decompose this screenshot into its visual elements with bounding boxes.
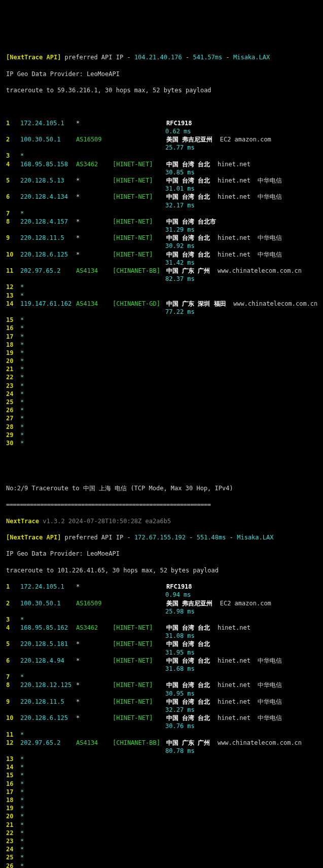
hop-ip: 119.147.61.162 xyxy=(20,300,76,308)
hop-network xyxy=(113,135,166,143)
hop-number: 24 xyxy=(6,390,20,398)
hop-asn: AS16509 xyxy=(76,599,113,607)
hop-row: 25* xyxy=(6,853,323,861)
hop-row: 3* xyxy=(6,152,323,160)
hop-number: 28 xyxy=(6,423,20,431)
hop-network: [HINET-NET] xyxy=(113,250,166,259)
hop-row: 9220.128.11.5*[HINET-NET]中国 台湾 台北 hinet.… xyxy=(6,698,323,706)
hop-number: 8 xyxy=(6,218,20,226)
hop-ip: * xyxy=(20,349,24,357)
hop-latency: 25.98 ms xyxy=(165,607,323,616)
hop-latency: 31.42 ms xyxy=(165,259,323,267)
hop-row: 19* xyxy=(6,804,323,812)
hop-domain: hinet.net 中华电信 xyxy=(218,193,282,200)
hop-latency: 31.95 ms xyxy=(165,648,323,657)
hop-asn: * xyxy=(76,583,113,591)
hop-asn: * xyxy=(76,657,113,665)
hop-domain: EC2 amazon.com xyxy=(220,600,271,607)
hop-domain: hinet.net xyxy=(218,161,250,168)
hop-asn: * xyxy=(76,681,113,689)
hop-geo: 中国 广东 深圳 福田 www.chinatelecom.com.cn xyxy=(166,300,317,308)
hop-geo: 中国 台湾 台北 hinet.net 中华电信 xyxy=(166,698,282,706)
hop-geo: RFC1918 xyxy=(166,119,192,127)
traceroute-cmd: traceroute to 59.36.216.1, 30 hops max, … xyxy=(6,86,323,94)
hop-asn: * xyxy=(76,218,113,226)
hop-number: 16 xyxy=(6,324,20,332)
hop-number: 13 xyxy=(6,292,20,300)
hop-network: [HINET-NET] xyxy=(113,657,166,665)
hop-latency: 31.01 ms xyxy=(165,185,323,193)
hop-row: 10220.128.6.125*[HINET-NET]中国 台湾 台北 hine… xyxy=(6,250,323,259)
hop-geo: 中国 台湾 台北 hinet.net 中华电信 xyxy=(166,234,282,242)
hop-ip: * xyxy=(20,373,24,381)
hop-number: 24 xyxy=(6,845,20,853)
hop-geo: 中国 广东 广州 www.chinatelecom.com.cn xyxy=(166,739,302,747)
hop-row: 7* xyxy=(6,209,323,218)
hop-number: 18 xyxy=(6,341,20,349)
hop-geo: 中国 台湾 台北 hinet.net 中华电信 xyxy=(166,250,282,259)
hop-row: 27* xyxy=(6,414,323,422)
hop-ip: * xyxy=(20,837,24,845)
hop-row: 30* xyxy=(6,439,323,447)
hop-ip: * xyxy=(20,796,24,804)
hop-row: 2100.30.50.1AS16509美国 弗吉尼亚州 EC2 amazon.c… xyxy=(6,135,323,143)
hop-number: 7 xyxy=(6,209,20,218)
hop-row: 1172.24.105.1*RFC1918 xyxy=(6,583,323,591)
hop-latency: 30.95 ms xyxy=(165,690,323,698)
hop-row: 1172.24.105.1*RFC1918 xyxy=(6,119,323,127)
hop-latency: 0.62 ms xyxy=(165,127,323,135)
hop-latency: 31.29 ms xyxy=(165,226,323,234)
hop-latency: 32.17 ms xyxy=(165,201,323,209)
hop-number: 19 xyxy=(6,349,20,357)
hop-ip: 220.128.11.5 xyxy=(20,698,76,706)
hop-asn: AS3462 xyxy=(76,624,113,632)
hop-domain: www.chinatelecom.com.cn xyxy=(218,739,302,746)
hop-ip: * xyxy=(20,673,24,681)
hop-number: 29 xyxy=(6,431,20,439)
hop-row: 18* xyxy=(6,341,323,349)
hop-number: 10 xyxy=(6,250,20,259)
hop-domain: hinet.net 中华电信 xyxy=(218,177,282,184)
hop-row: 10220.128.6.125*[HINET-NET]中国 台湾 台北 hine… xyxy=(6,714,323,722)
hop-asn: * xyxy=(76,640,113,648)
hop-ip: * xyxy=(20,804,24,812)
hop-row: 23* xyxy=(6,382,323,390)
hop-row: 20* xyxy=(6,357,323,365)
hop-number: 11 xyxy=(6,267,20,275)
hop-row: 6220.128.4.94*[HINET-NET]中国 台湾 台北 hinet.… xyxy=(6,657,323,665)
hop-row: 4168.95.85.158AS3462[HINET-NET]中国 台湾 台北 … xyxy=(6,160,323,168)
api-rtt: 541.57ms xyxy=(193,54,222,61)
geo-provider: IP Geo Data Provider: LeoMoeAPI xyxy=(6,70,323,78)
hop-domain: hinet.net xyxy=(218,624,250,631)
hop-latency: 30.92 ms xyxy=(165,242,323,250)
hop-row: 13* xyxy=(6,292,323,300)
hop-latency: 32.27 ms xyxy=(165,706,323,714)
api-label: [NextTrace API] xyxy=(6,54,61,61)
hop-ip: * xyxy=(20,152,24,160)
hop-row: 2100.30.50.1AS16509美国 弗吉尼亚州 EC2 amazon.c… xyxy=(6,599,323,607)
hop-ip: * xyxy=(20,439,24,447)
hop-row: 20* xyxy=(6,812,323,820)
hop-network: [CHINANET-BB] xyxy=(113,739,166,747)
hop-number: 3 xyxy=(6,616,20,624)
hop-geo: 中国 台湾 台北 hinet.net xyxy=(166,160,250,168)
hop-network: [HINET-NET] xyxy=(113,193,166,201)
hop-latency: 82.37 ms xyxy=(165,275,323,283)
hop-number: 23 xyxy=(6,382,20,390)
hop-geo: 中国 台湾 台北 xyxy=(166,640,210,648)
hop-ip: * xyxy=(20,853,24,861)
hop-asn: * xyxy=(76,698,113,706)
hop-domain: www.chinatelecom.com.cn xyxy=(218,267,302,274)
hop-ip: * xyxy=(20,357,24,365)
hop-number: 20 xyxy=(6,357,20,365)
hop-ip: 100.30.50.1 xyxy=(20,135,76,143)
hop-ip: * xyxy=(20,283,24,291)
hop-ip: 168.95.85.162 xyxy=(20,624,76,632)
hop-network: [HINET-NET] xyxy=(113,698,166,706)
hop-number: 1 xyxy=(6,119,20,127)
hop-row: 21* xyxy=(6,365,323,373)
hop-row: 24* xyxy=(6,390,323,398)
hop-network: [CHINANET-BB] xyxy=(113,267,166,275)
hop-row: 19* xyxy=(6,349,323,357)
hop-ip: * xyxy=(20,382,24,390)
